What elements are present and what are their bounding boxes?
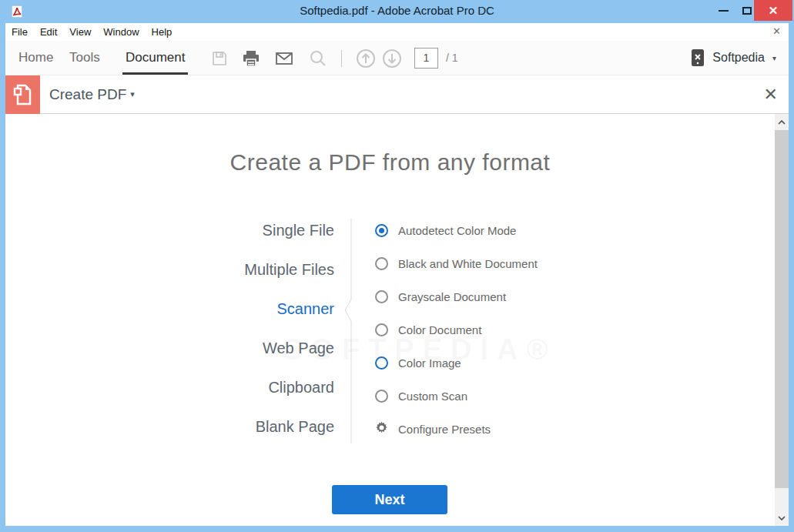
source-type-list: Single File Multiple Files Scanner Web P… [5, 211, 350, 447]
radio-option-bw[interactable]: Black and White Document [375, 247, 538, 280]
radio-icon [375, 290, 388, 303]
radio-icon [375, 257, 388, 270]
window-title: Softpedia.pdf - Adobe Acrobat Pro DC [0, 0, 794, 22]
next-button[interactable]: Next [332, 485, 447, 514]
configure-presets[interactable]: Configure Presets [375, 413, 538, 446]
menu-view[interactable]: View [69, 26, 91, 38]
page-total-label: / 1 [446, 48, 458, 69]
page-number-input[interactable]: 1 [414, 48, 438, 69]
radio-option-color-document[interactable]: Color Document [375, 313, 538, 346]
radio-option-color-image[interactable]: Color Image [375, 346, 538, 380]
source-item-multiple-files[interactable]: Multiple Files [5, 250, 350, 289]
menu-edit[interactable]: Edit [40, 26, 57, 38]
create-pdf-bar: Create PDF ▾ ✕ [5, 75, 789, 114]
window-frame: File Edit View Window Help ✕ Home Tools … [5, 23, 789, 526]
create-pdf-tool-icon [5, 75, 40, 114]
create-pdf-title[interactable]: Create PDF [49, 86, 126, 103]
gear-icon [375, 421, 388, 437]
vertical-scrollbar[interactable] [775, 114, 789, 526]
radio-icon [375, 390, 388, 403]
page-up-icon[interactable] [356, 49, 376, 69]
close-icon: ✕ [769, 5, 779, 16]
account-menu[interactable]: Softpedia ▾ [691, 41, 776, 75]
scroll-down-icon[interactable] [775, 510, 789, 526]
app-window: Softpedia.pdf - Adobe Acrobat Pro DC ✕ F… [0, 0, 794, 532]
print-icon[interactable] [241, 49, 261, 69]
radio-icon [375, 323, 388, 336]
close-window-button[interactable]: ✕ [754, 0, 792, 21]
maximize-icon [742, 7, 752, 15]
source-item-scanner[interactable]: Scanner [5, 289, 350, 329]
create-pdf-close-icon[interactable]: ✕ [764, 85, 778, 105]
tab-tools[interactable]: Tools [69, 41, 100, 75]
email-icon[interactable] [274, 49, 294, 69]
radio-option-autodetect[interactable]: Autodetect Color Mode [375, 214, 538, 247]
menubar: File Edit View Window Help ✕ [5, 23, 789, 41]
menu-window[interactable]: Window [103, 26, 139, 38]
mobile-device-icon [691, 49, 705, 67]
radio-option-grayscale[interactable]: Grayscale Document [375, 280, 538, 313]
radio-selected-icon [375, 224, 388, 237]
source-item-single-file[interactable]: Single File [5, 211, 350, 250]
panel-heading: Create a PDF from any format [5, 149, 775, 176]
create-pdf-caret-icon[interactable]: ▾ [130, 89, 135, 99]
page-down-icon[interactable] [382, 49, 402, 69]
toolbar-separator [341, 50, 342, 67]
scroll-up-icon[interactable] [775, 114, 789, 130]
save-icon[interactable] [209, 49, 229, 69]
radio-hover-icon [375, 356, 388, 370]
tab-document[interactable]: Document [122, 41, 188, 75]
tab-home[interactable]: Home [18, 41, 53, 75]
minimize-button[interactable] [709, 0, 737, 21]
scanner-options: Autodetect Color Mode Black and White Do… [375, 214, 538, 446]
account-caret-icon: ▾ [772, 54, 776, 62]
account-name: Softpedia [712, 51, 765, 65]
menu-file[interactable]: File [12, 26, 28, 38]
scrollbar-thumb[interactable] [775, 130, 789, 488]
source-item-blank-page[interactable]: Blank Page [5, 407, 350, 447]
menubar-close-icon[interactable]: ✕ [772, 25, 781, 37]
search-icon[interactable] [308, 49, 328, 69]
source-item-web-page[interactable]: Web Page [5, 329, 350, 368]
source-item-clipboard[interactable]: Clipboard [5, 368, 350, 407]
list-divider [345, 219, 357, 443]
toolbar: Home Tools Document 1 / 1 [5, 41, 789, 75]
create-pdf-panel: Create a PDF from any format SOFTPEDIA® … [5, 114, 789, 526]
menu-help[interactable]: Help [152, 26, 173, 38]
radio-option-custom-scan[interactable]: Custom Scan [375, 380, 538, 413]
titlebar: Softpedia.pdf - Adobe Acrobat Pro DC ✕ [0, 0, 794, 23]
minimize-icon [719, 10, 729, 12]
